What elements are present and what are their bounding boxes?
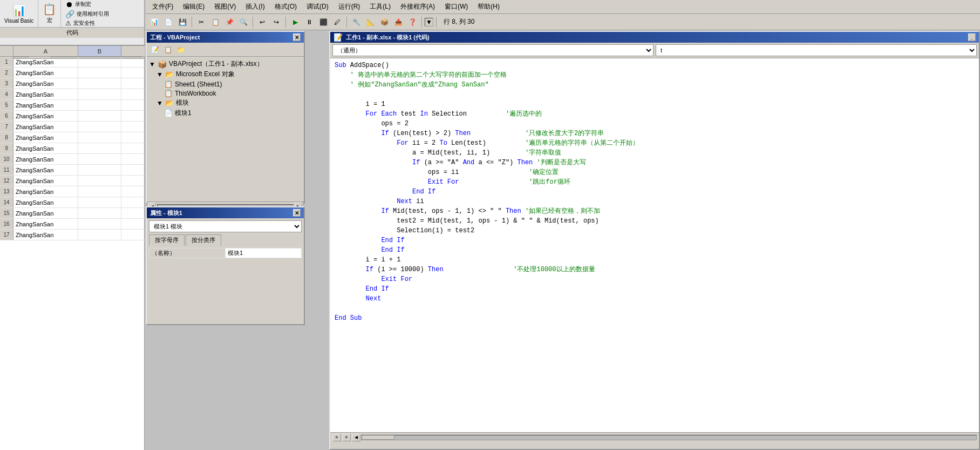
cell-a5[interactable]: ZhangSanSan — [13, 100, 78, 110]
cell-a12[interactable]: ZhangSanSan — [13, 176, 78, 186]
tb-debug2[interactable]: 📐 — [364, 16, 377, 28]
tb-break[interactable]: ⏸ — [303, 16, 316, 28]
menu-help[interactable]: 帮助(H) — [473, 1, 504, 12]
cell-b17[interactable] — [78, 230, 121, 240]
tb-debug4[interactable]: 📤 — [392, 16, 405, 28]
tb-redo[interactable]: ↪ — [270, 16, 283, 28]
tree-excel-objects[interactable]: ▼ 📂 Microsoft Excel 对象 — [149, 69, 302, 79]
record-macro-btn[interactable]: ⏺ 录制宏 — [65, 0, 109, 9]
tb-run[interactable]: ▶ — [289, 16, 302, 28]
tb-debug1[interactable]: 🔧 — [350, 16, 363, 28]
cell-a2[interactable]: ZhangSanSan — [13, 68, 78, 78]
sheet-row[interactable]: 7 ZhangSanSan — [0, 122, 145, 132]
tb-view-excel[interactable]: 📊 — [148, 16, 161, 28]
tb-stop[interactable]: ⬛ — [317, 16, 330, 28]
properties-module-select[interactable]: 模块1 模块 — [149, 220, 302, 232]
tb-undo[interactable]: ↩ — [256, 16, 269, 28]
sheet-row[interactable]: 2 ZhangSanSan — [0, 68, 145, 78]
sheet-row[interactable]: 10 ZhangSanSan — [0, 154, 145, 165]
code-scroll-left3[interactable]: ◀ — [352, 434, 360, 441]
menu-file[interactable]: 文件(F) — [148, 1, 178, 12]
tab-alphabetical[interactable]: 按字母序 — [149, 234, 185, 246]
tree-sheet1[interactable]: 📋 Sheet1 (Sheet1) — [149, 79, 302, 89]
col-header-b[interactable]: B — [78, 46, 121, 56]
menu-addins[interactable]: 外接程序(A) — [396, 1, 439, 12]
cell-a16[interactable]: ZhangSanSan — [13, 219, 78, 229]
relative-ref-btn[interactable]: 🔗 使用相对引用 — [65, 10, 109, 18]
cell-a7[interactable]: ZhangSanSan — [13, 122, 78, 132]
tb-debug3[interactable]: 📦 — [378, 16, 391, 28]
cell-b7[interactable] — [78, 122, 121, 132]
code-scroll-left1[interactable]: ≡ — [332, 434, 341, 441]
menu-run[interactable]: 运行(R) — [334, 1, 365, 12]
properties-close[interactable]: ✕ — [293, 209, 301, 217]
tb-save[interactable]: 💾 — [176, 16, 189, 28]
col-header-a[interactable]: A — [13, 46, 78, 56]
cell-a10[interactable]: ZhangSanSan — [13, 154, 78, 164]
tree-thisworkbook[interactable]: 📋 ThisWorkbook — [149, 89, 302, 98]
menu-edit[interactable]: 编辑(E) — [179, 1, 209, 12]
tree-vbaproject[interactable]: ▼ 📦 VBAProject（工作1 - 副本.xlsx） — [149, 59, 302, 69]
menu-insert[interactable]: 插入(I) — [241, 1, 269, 12]
project-view-code[interactable]: 📝 — [149, 44, 161, 55]
cell-b16[interactable] — [78, 219, 121, 229]
project-toggle-folders[interactable]: 📁 — [175, 44, 187, 55]
sheet-row[interactable]: 15 ZhangSanSan — [0, 208, 145, 219]
menu-debug[interactable]: 调试(D) — [302, 1, 333, 12]
sheet-row[interactable]: 14 ZhangSanSan — [0, 197, 145, 208]
cell-a1[interactable]: ZhangSanSan — [13, 57, 78, 67]
sheet-row[interactable]: 3 ZhangSanSan — [0, 78, 145, 89]
cell-a8[interactable]: ZhangSanSan — [13, 132, 78, 143]
tb-copy[interactable]: 📋 — [209, 16, 222, 28]
code-scroll-left2[interactable]: ≡ — [342, 434, 351, 441]
sheet-row[interactable]: 1 ZhangSanSan — [0, 57, 145, 68]
cell-b2[interactable] — [78, 68, 121, 78]
menu-format[interactable]: 格式(O) — [270, 1, 301, 12]
sheet-row[interactable]: 13 ZhangSanSan — [0, 186, 145, 197]
cell-a14[interactable]: ZhangSanSan — [13, 197, 78, 207]
code-scroll-track[interactable] — [362, 435, 977, 440]
cell-b11[interactable] — [78, 165, 121, 175]
sheet-row[interactable]: 9 ZhangSanSan — [0, 143, 145, 154]
tb-find[interactable]: 🔍 — [237, 16, 250, 28]
cell-b10[interactable] — [78, 154, 121, 164]
cell-b14[interactable] — [78, 197, 121, 207]
cell-a11[interactable]: ZhangSanSan — [13, 165, 78, 175]
tb-paste[interactable]: 📌 — [223, 16, 236, 28]
sheet-row[interactable]: 11 ZhangSanSan — [0, 165, 145, 176]
cell-b4[interactable] — [78, 89, 121, 99]
sheet-row[interactable]: 5 ZhangSanSan — [0, 100, 145, 111]
code-object-dropdown[interactable]: （通用） — [332, 44, 654, 56]
tree-modules[interactable]: ▼ 📂 模块 — [149, 98, 302, 108]
cell-b12[interactable] — [78, 176, 121, 186]
sheet-row[interactable]: 6 ZhangSanSan — [0, 111, 145, 122]
code-scroll-thumb[interactable] — [362, 435, 394, 440]
tb-insert-userform[interactable]: 📄 — [162, 16, 175, 28]
tree-module1[interactable]: 📄 模块1 — [149, 108, 302, 118]
project-panel-close[interactable]: ✕ — [293, 33, 301, 41]
cell-b1[interactable] — [78, 57, 121, 67]
cell-b15[interactable] — [78, 208, 121, 218]
sheet-row[interactable]: 4 ZhangSanSan — [0, 89, 145, 100]
tb-help[interactable]: ❓ — [406, 16, 419, 28]
cell-b5[interactable] — [78, 100, 121, 110]
cell-b3[interactable] — [78, 78, 121, 89]
cell-a9[interactable]: ZhangSanSan — [13, 143, 78, 153]
menu-window[interactable]: 窗口(W) — [440, 1, 472, 12]
cell-a13[interactable]: ZhangSanSan — [13, 186, 78, 197]
menu-view[interactable]: 视图(V) — [210, 1, 240, 12]
tb-design[interactable]: 🖊 — [331, 16, 344, 28]
cell-b9[interactable] — [78, 143, 121, 153]
project-view-object[interactable]: 📋 — [162, 44, 174, 55]
cell-a15[interactable]: ZhangSanSan — [13, 208, 78, 218]
tb-scroll[interactable]: ▼ — [425, 18, 433, 26]
cell-b13[interactable] — [78, 186, 121, 197]
macro-security-btn[interactable]: ⚠ 宏安全性 — [65, 19, 109, 27]
sheet-row[interactable]: 12 ZhangSanSan — [0, 176, 145, 186]
menu-tools[interactable]: 工具(L) — [365, 1, 395, 12]
cell-a4[interactable]: ZhangSanSan — [13, 89, 78, 99]
cell-b8[interactable] — [78, 132, 121, 143]
code-proc-dropdown[interactable]: t — [656, 44, 977, 56]
cell-a6[interactable]: ZhangSanSan — [13, 111, 78, 121]
cell-a17[interactable]: ZhangSanSan — [13, 230, 78, 240]
